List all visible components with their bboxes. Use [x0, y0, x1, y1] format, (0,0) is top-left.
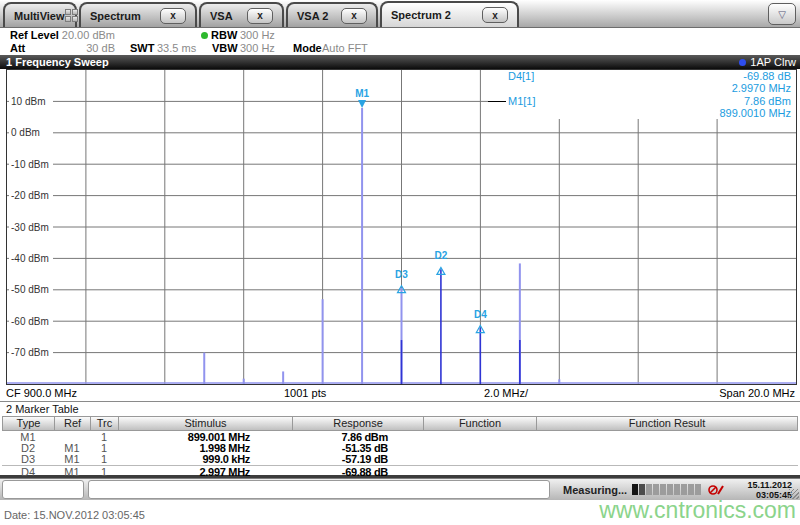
measure-progress-bar: [632, 484, 701, 495]
progress-segment: [667, 484, 673, 495]
marker-label: M1: [355, 88, 369, 99]
progress-segment: [639, 484, 645, 495]
cell-response: -69.88 dB: [292, 467, 423, 478]
grid-icon: [65, 9, 78, 22]
y-axis-tick-label: 0 dBm: [11, 127, 40, 138]
y-axis-tick-label: -30 dBm: [11, 222, 49, 233]
column-header-response: Response: [293, 417, 424, 430]
marker-info-m1-name[interactable]: M1[1]: [508, 95, 536, 107]
measuring-status-label: Measuring...: [563, 484, 627, 496]
att-value[interactable]: 30 dB: [58, 42, 115, 54]
rbw-label[interactable]: RBW: [211, 29, 237, 41]
cell-ref: M1: [54, 467, 90, 478]
tab-spectrum-2[interactable]: Spectrum 2x: [380, 1, 519, 27]
cell-function-result: [536, 454, 798, 465]
tab-label: VSA: [210, 10, 233, 22]
tab-spectrum[interactable]: Spectrumx: [79, 2, 197, 27]
trace-legend-label: 1AP Clrw: [750, 56, 796, 68]
close-tab-button[interactable]: x: [160, 8, 186, 24]
status-field-left[interactable]: [2, 480, 84, 499]
cell-stimulus: 999.0 kHz: [118, 454, 292, 465]
marker-label: D2: [435, 250, 448, 261]
rbw-value[interactable]: 300 Hz: [240, 29, 275, 41]
cell-type: D3: [2, 454, 54, 465]
marker-table-row-d4[interactable]: D4M112.997 MHz-69.88 dB: [2, 467, 798, 478]
x-axis-bar: CF 900.0 MHz 1001 pts 2.0 MHz/ Span 20.0…: [0, 386, 800, 402]
y-axis-tick-label: -50 dBm: [11, 284, 49, 295]
watermark: www.cntronics.com: [599, 497, 796, 524]
footer: Date: 15.NOV.2012 03:05:45 www.cntronics…: [0, 500, 800, 525]
trace-color-dot-icon: [739, 59, 746, 66]
marker-label: D4: [474, 309, 487, 320]
cell-ref: M1: [54, 454, 90, 465]
sweep-points-label[interactable]: 1001 pts: [284, 387, 326, 399]
marker-info-d4-freq: 2.9970 MHz: [732, 82, 791, 94]
cell-type: D4: [2, 467, 54, 478]
y-axis-tick-label: -20 dBm: [11, 190, 49, 201]
column-header-function-result: Function Result: [537, 417, 797, 430]
close-tab-button[interactable]: x: [482, 7, 508, 23]
center-frequency-label[interactable]: CF 900.0 MHz: [6, 387, 77, 399]
progress-segment: [632, 484, 638, 495]
spectrum-chart[interactable]: 10 dBm0 dBm-10 dBm-20 dBm-30 dBm-40 dBm-…: [6, 69, 797, 385]
system-date: 15.11.2012: [747, 480, 792, 490]
swt-value[interactable]: 33.5 ms: [157, 42, 196, 54]
marker-info-d4-value: -69.88 dB: [743, 70, 791, 82]
mode-label[interactable]: Mode: [293, 42, 322, 54]
cell-stimulus: 2.997 MHz: [118, 467, 292, 478]
vbw-value[interactable]: 300 Hz: [240, 42, 275, 54]
settings-bar: Ref Level 20.00 dBm RBW 300 Hz Att 30 dB…: [0, 29, 800, 55]
tab-label: MultiView: [14, 10, 65, 22]
marker-table-row-d3[interactable]: D3M11999.0 kHz-57.19 dB: [2, 454, 798, 465]
cell-function-result: [536, 432, 798, 443]
marker-info-m1-freq: 899.0010 MHz: [719, 107, 791, 119]
mode-value[interactable]: Auto FFT: [322, 42, 368, 54]
progress-segment: [695, 484, 701, 495]
y-axis-tick-label: -40 dBm: [11, 253, 49, 264]
marker-label: D3: [395, 269, 408, 280]
swt-label[interactable]: SWT: [130, 42, 154, 54]
marker-table-header: TypeRefTrcStimulusResponseFunctionFuncti…: [2, 416, 798, 431]
trace-legend[interactable]: 1AP Clrw: [739, 56, 796, 68]
close-tab-button[interactable]: x: [341, 8, 367, 24]
cell-function: [423, 467, 536, 478]
tab-vsa-2[interactable]: VSA 2x: [286, 2, 378, 27]
progress-segment: [660, 484, 666, 495]
ref-level-label[interactable]: Ref Level: [10, 29, 59, 41]
per-division-label[interactable]: 2.0 MHz/: [484, 387, 528, 399]
cell-function: [423, 432, 536, 443]
cell-response: -57.19 dB: [292, 454, 423, 465]
tab-overflow-dropdown-button[interactable]: ▽: [768, 3, 796, 25]
column-header-type: Type: [3, 417, 55, 430]
tab-label: Spectrum 2: [391, 9, 451, 21]
ref-level-value[interactable]: 20.00 dBm: [58, 29, 115, 41]
cell-function: [423, 454, 536, 465]
tab-label: VSA 2: [297, 10, 328, 22]
y-axis-tick-label: -60 dBm: [11, 316, 49, 327]
progress-segment: [674, 484, 680, 495]
marker-leader-line: [488, 101, 506, 102]
close-tab-button[interactable]: x: [247, 8, 273, 24]
tab-label: Spectrum: [90, 10, 141, 22]
tab-multiview[interactable]: MultiView: [3, 2, 77, 27]
spectrum-analyzer-window: MultiViewSpectrumxVSAxVSA 2xSpectrum 2x …: [0, 0, 800, 525]
marker-M1-icon[interactable]: [358, 100, 366, 108]
marker-table-row-d2[interactable]: D2M111.998 MHz-51.35 dB: [2, 443, 798, 454]
marker-info-d4-name[interactable]: D4[1]: [508, 70, 534, 82]
chevron-down-icon: ▽: [778, 9, 786, 20]
y-axis-tick-label: -70 dBm: [11, 347, 49, 358]
span-label[interactable]: Span 20.0 MHz: [719, 387, 795, 399]
marker-table-row-m1[interactable]: M11899.001 MHz7.86 dBm: [2, 432, 798, 443]
marker-table-divider: [2, 465, 798, 466]
cell-trc: 1: [90, 467, 118, 478]
tab-vsa[interactable]: VSAx: [199, 2, 284, 27]
column-header-ref: Ref: [55, 417, 91, 430]
att-label[interactable]: Att: [10, 42, 25, 54]
vbw-label[interactable]: VBW: [212, 42, 238, 54]
tab-bar: MultiViewSpectrumxVSAxVSA 2xSpectrum 2x …: [0, 0, 800, 28]
rbw-coupled-indicator-icon: [201, 32, 208, 39]
cell-trc: 1: [90, 454, 118, 465]
status-field-message[interactable]: [88, 480, 550, 499]
column-header-function: Function: [424, 417, 537, 430]
cell-function-result: [536, 443, 798, 454]
